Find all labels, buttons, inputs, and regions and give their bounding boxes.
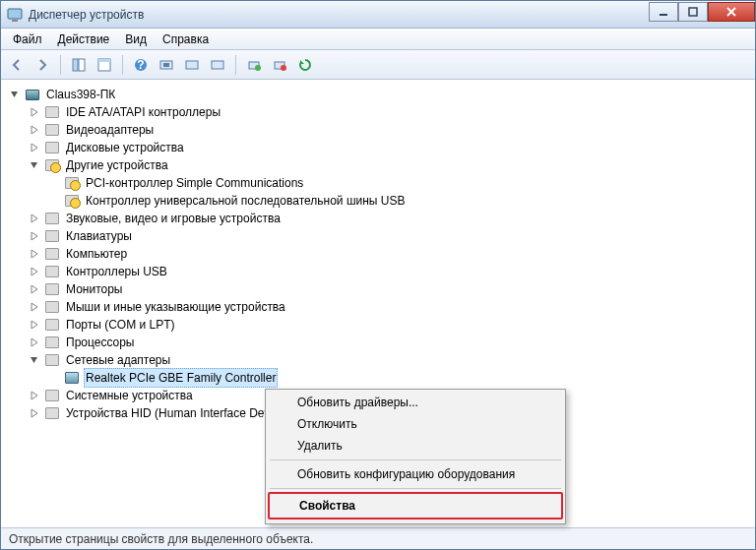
tree-root[interactable]: Claus398-ПК bbox=[5, 86, 751, 103]
properties-button[interactable] bbox=[93, 53, 116, 77]
tree-item[interactable]: Другие устройства bbox=[5, 156, 751, 174]
ctx-properties[interactable]: Свойства bbox=[270, 494, 561, 518]
expand-icon[interactable] bbox=[29, 283, 40, 295]
device-category-icon bbox=[44, 299, 60, 315]
statusbar: Открытие страницы свойств для выделенног… bbox=[1, 527, 755, 549]
device-category-icon bbox=[44, 157, 60, 173]
update-driver-button[interactable] bbox=[180, 53, 204, 77]
svg-point-17 bbox=[281, 65, 286, 71]
app-icon bbox=[7, 7, 23, 23]
tree-item-label: Контроллер универсальной последовательно… bbox=[84, 192, 407, 210]
tree-item[interactable]: Мыши и иные указывающие устройства bbox=[5, 298, 751, 316]
svg-rect-4 bbox=[73, 59, 78, 71]
collapse-icon[interactable] bbox=[29, 354, 40, 366]
forward-button[interactable] bbox=[31, 53, 54, 77]
expand-icon[interactable] bbox=[29, 266, 40, 277]
ctx-delete[interactable]: Удалить bbox=[268, 435, 563, 457]
device-manager-window: Диспетчер устройств Файл Действие Вид Сп… bbox=[0, 0, 756, 550]
ctx-separator bbox=[270, 459, 561, 460]
expand-icon[interactable] bbox=[29, 407, 40, 419]
device-category-icon bbox=[44, 246, 60, 262]
close-button[interactable] bbox=[708, 2, 755, 22]
disable-button[interactable] bbox=[268, 53, 291, 77]
tree-item[interactable]: Процессоры bbox=[5, 334, 751, 351]
tree-item[interactable]: Контроллеры USB bbox=[5, 263, 751, 280]
ctx-scan-hardware[interactable]: Обновить конфигурацию оборудования bbox=[268, 463, 563, 485]
toolbar: ? bbox=[1, 50, 755, 80]
device-category-icon bbox=[44, 405, 60, 421]
tree-item[interactable]: Видеоадаптеры bbox=[5, 121, 751, 139]
ctx-disable[interactable]: Отключить bbox=[268, 413, 563, 435]
enable-button[interactable] bbox=[242, 53, 266, 77]
expand-icon[interactable] bbox=[29, 248, 40, 260]
menu-view[interactable]: Вид bbox=[117, 30, 155, 49]
device-icon bbox=[64, 175, 80, 191]
tree-item-label: Клавиатуры bbox=[64, 227, 134, 245]
tree-item-label: Звуковые, видео и игровые устройства bbox=[64, 210, 283, 227]
tree-item-label: Мониторы bbox=[64, 280, 124, 298]
tree-item-label: Процессоры bbox=[64, 334, 137, 351]
tree-item[interactable]: Дисковые устройства bbox=[5, 139, 751, 156]
device-category-icon bbox=[44, 352, 60, 368]
statusbar-text: Открытие страницы свойств для выделенног… bbox=[9, 532, 313, 546]
svg-text:?: ? bbox=[137, 58, 144, 72]
expand-icon[interactable] bbox=[29, 301, 40, 313]
tree-item-label: Дисковые устройства bbox=[64, 139, 186, 156]
ctx-update-drivers[interactable]: Обновить драйверы... bbox=[268, 392, 563, 413]
help-button[interactable]: ? bbox=[129, 53, 153, 77]
tree-item[interactable]: Звуковые, видео и игровые устройства bbox=[5, 210, 751, 227]
device-icon bbox=[64, 370, 80, 386]
device-category-icon bbox=[44, 317, 60, 333]
device-category-icon bbox=[44, 140, 60, 155]
device-icon bbox=[64, 193, 80, 209]
ctx-highlight: Свойства bbox=[268, 492, 563, 519]
uninstall-button[interactable] bbox=[206, 53, 229, 77]
device-category-icon bbox=[44, 228, 60, 244]
tree-item[interactable]: PCI-контроллер Simple Communications bbox=[5, 174, 751, 192]
expand-icon[interactable] bbox=[29, 390, 40, 401]
expand-icon[interactable] bbox=[29, 124, 40, 136]
menu-help[interactable]: Справка bbox=[155, 30, 217, 49]
tree-item-label: Порты (COM и LPT) bbox=[64, 316, 177, 334]
maximize-button[interactable] bbox=[678, 2, 708, 22]
svg-rect-0 bbox=[8, 9, 22, 19]
device-category-icon bbox=[44, 335, 60, 350]
expand-icon[interactable] bbox=[29, 142, 40, 153]
tree-item[interactable]: Сетевые адаптеры bbox=[5, 351, 751, 369]
collapse-icon[interactable] bbox=[29, 159, 40, 171]
ctx-separator bbox=[270, 488, 561, 489]
tree-item[interactable]: Контроллер универсальной последовательно… bbox=[5, 192, 751, 210]
collapse-icon[interactable] bbox=[9, 89, 21, 100]
tree-item-label: Системные устройства bbox=[64, 387, 195, 404]
menu-file[interactable]: Файл bbox=[5, 30, 50, 49]
back-button[interactable] bbox=[5, 53, 29, 77]
tree-item[interactable]: Realtek PCIe GBE Family Controller bbox=[5, 369, 751, 387]
tree-item[interactable]: Мониторы bbox=[5, 280, 751, 298]
tree-item-label: Устройства HID (Human Interface Devices) bbox=[64, 404, 297, 422]
scan-hardware-button[interactable] bbox=[155, 53, 178, 77]
expand-icon[interactable] bbox=[29, 230, 40, 242]
svg-rect-1 bbox=[12, 20, 18, 22]
menu-action[interactable]: Действие bbox=[50, 30, 118, 49]
device-category-icon bbox=[44, 281, 60, 297]
show-hide-console-tree-button[interactable] bbox=[67, 53, 91, 77]
tree-item[interactable]: Порты (COM и LPT) bbox=[5, 316, 751, 334]
toolbar-separator bbox=[235, 55, 236, 75]
device-category-icon bbox=[44, 122, 60, 138]
expand-icon[interactable] bbox=[29, 213, 40, 224]
tree-item-label: PCI-контроллер Simple Communications bbox=[84, 174, 305, 192]
tree-item[interactable]: Компьютер bbox=[5, 245, 751, 263]
tree-item[interactable]: Клавиатуры bbox=[5, 227, 751, 245]
expand-icon[interactable] bbox=[29, 106, 40, 118]
expand-icon[interactable] bbox=[29, 336, 40, 348]
svg-rect-12 bbox=[186, 61, 198, 69]
tree-root-label: Claus398-ПК bbox=[44, 86, 117, 103]
refresh-button[interactable] bbox=[293, 53, 317, 77]
device-category-icon bbox=[44, 211, 60, 226]
tree-item[interactable]: IDE ATA/ATAPI контроллеры bbox=[5, 103, 751, 121]
minimize-button[interactable] bbox=[649, 2, 678, 22]
svg-rect-13 bbox=[212, 61, 223, 69]
tree-item-label: Сетевые адаптеры bbox=[64, 351, 172, 369]
device-category-icon bbox=[44, 264, 60, 279]
expand-icon[interactable] bbox=[29, 319, 40, 331]
